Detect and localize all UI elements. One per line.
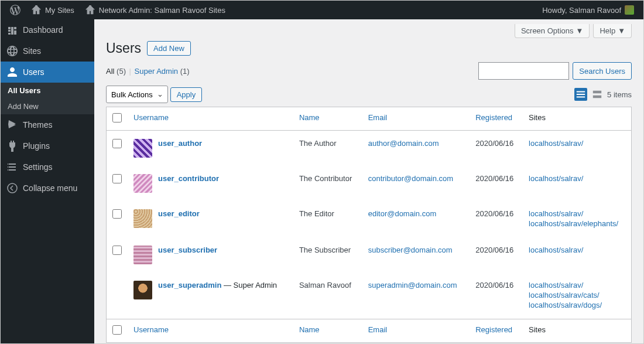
row-checkbox[interactable] [112, 139, 122, 148]
main-content: Screen Options▼ Help▼ Users Add New All … [94, 19, 643, 343]
user-registered: 2020/06/16 [470, 166, 523, 201]
username-link[interactable]: user_author [158, 139, 202, 148]
view-excerpt-button[interactable] [591, 88, 604, 101]
filter-links: All (5) | Super Admin (1) [106, 67, 190, 76]
user-registered: 2020/06/16 [470, 273, 523, 319]
sites-icon [6, 45, 18, 57]
sidebar-item-settings[interactable]: Settings [1, 156, 94, 178]
network-admin-link[interactable]: Network Admin: Salman Ravoof Sites [80, 1, 230, 19]
username-link[interactable]: user_editor [158, 209, 200, 218]
table-row: user_author The Author author@domain.com… [107, 131, 632, 166]
user-sites: localhost/salrav/ [523, 166, 631, 201]
sidebar-item-users[interactable]: Users [1, 62, 94, 83]
col-registered[interactable]: Registered [470, 107, 523, 131]
select-all-checkbox[interactable] [112, 113, 122, 122]
username-link[interactable]: user_subscriber [158, 246, 217, 254]
sidebar-item-sites[interactable]: Sites [1, 40, 94, 62]
sidebar-item-label: Plugins [23, 141, 50, 151]
bulk-actions-select[interactable]: Bulk Actions [106, 86, 168, 103]
user-name: Salman Ravoof [293, 273, 362, 319]
select-all-checkbox-bottom[interactable] [112, 325, 122, 335]
row-checkbox[interactable] [112, 246, 122, 255]
col-name[interactable]: Name [293, 107, 362, 131]
plugins-icon [6, 140, 18, 152]
search-users-button[interactable]: Search Users [573, 62, 632, 80]
col-sites: Sites [523, 107, 631, 131]
col-registered[interactable]: Registered [470, 319, 523, 343]
home-icon [85, 5, 95, 15]
wp-logo[interactable] [5, 1, 25, 19]
user-registered: 2020/06/16 [470, 237, 523, 273]
col-username[interactable]: Username [128, 107, 293, 131]
screen-options-button[interactable]: Screen Options▼ [515, 24, 590, 38]
site-link[interactable]: localhost/salrav/ [529, 139, 583, 148]
search-input[interactable] [478, 62, 569, 80]
username-link[interactable]: user_superadmin [158, 281, 221, 289]
avatar [133, 139, 152, 158]
sidebar-item-plugins[interactable]: Plugins [1, 135, 94, 156]
svg-point-0 [8, 183, 17, 193]
dashboard-icon [6, 24, 18, 36]
col-email[interactable]: Email [362, 319, 470, 343]
col-email[interactable]: Email [362, 107, 470, 131]
sidebar-item-label: Settings [23, 162, 53, 172]
sidebar-item-label: Sites [23, 46, 41, 56]
add-new-button[interactable]: Add New [147, 41, 191, 56]
apply-button[interactable]: Apply [170, 87, 203, 102]
site-link[interactable]: localhost/salrav/dogs/ [529, 301, 602, 309]
email-link[interactable]: subscriber@domain.com [368, 246, 453, 254]
email-link[interactable]: editor@domain.com [368, 209, 437, 218]
sidebar-item-label: Collapse menu [23, 183, 77, 193]
users-table: Username Name Email Registered Sites use… [106, 107, 632, 343]
help-label: Help [600, 26, 615, 35]
email-link[interactable]: contributor@domain.com [368, 174, 453, 183]
col-username[interactable]: Username [128, 319, 293, 343]
howdy-label: Howdy, Salman Ravoof [542, 6, 621, 15]
sidebar-item-label: Themes [23, 120, 53, 130]
screen-options-label: Screen Options [521, 26, 574, 35]
help-button[interactable]: Help▼ [593, 24, 632, 38]
sidebar-collapse[interactable]: Collapse menu [1, 178, 94, 199]
howdy-link[interactable]: Howdy, Salman Ravoof [537, 1, 639, 19]
site-link[interactable]: localhost/salrav/ [529, 246, 583, 254]
items-count: 5 items [607, 90, 632, 99]
list-icon [576, 89, 586, 100]
wordpress-icon [10, 5, 20, 15]
col-name[interactable]: Name [293, 319, 362, 343]
avatar [133, 281, 152, 299]
table-row: user_subscriber The Subscriber subscribe… [107, 237, 632, 273]
table-row: user_contributor The Contributor contrib… [107, 166, 632, 201]
site-link[interactable]: localhost/salrav/ [529, 174, 583, 183]
username-link[interactable]: user_contributor [158, 174, 219, 183]
col-sites: Sites [523, 319, 631, 343]
site-link[interactable]: localhost/salrav/ [529, 209, 583, 218]
submenu-all-users[interactable]: All Users [1, 83, 94, 98]
table-row: user_editor The Editor editor@domain.com… [107, 201, 632, 237]
sidebar-submenu: All Users Add New [1, 83, 94, 114]
sidebar-item-label: Users [23, 67, 44, 77]
site-link[interactable]: localhost/salrav/elephants/ [529, 219, 618, 228]
submenu-add-new[interactable]: Add New [1, 98, 94, 114]
chevron-down-icon: ▼ [576, 26, 584, 35]
my-sites-label: My Sites [45, 6, 74, 15]
email-link[interactable]: superadmin@domain.com [368, 281, 457, 289]
row-checkbox[interactable] [112, 209, 122, 219]
avatar [133, 209, 152, 228]
site-link[interactable]: localhost/salrav/ [529, 281, 583, 289]
user-name: The Editor [293, 201, 362, 237]
row-checkbox[interactable] [112, 174, 122, 183]
view-list-button[interactable] [574, 88, 587, 101]
site-link[interactable]: localhost/salrav/cats/ [529, 291, 600, 299]
admin-bar: My Sites Network Admin: Salman Ravoof Si… [1, 1, 643, 19]
my-sites-link[interactable]: My Sites [26, 1, 79, 19]
email-link[interactable]: author@domain.com [368, 139, 439, 148]
avatar [625, 5, 634, 15]
sidebar-item-dashboard[interactable]: Dashboard [1, 19, 94, 40]
avatar [133, 246, 152, 264]
filter-all[interactable]: All (5) [106, 67, 126, 76]
themes-icon [6, 119, 18, 131]
excerpt-icon [592, 89, 602, 100]
collapse-icon [6, 182, 18, 194]
sidebar-item-themes[interactable]: Themes [1, 114, 94, 135]
filter-super-admin[interactable]: Super Admin (1) [135, 67, 190, 76]
